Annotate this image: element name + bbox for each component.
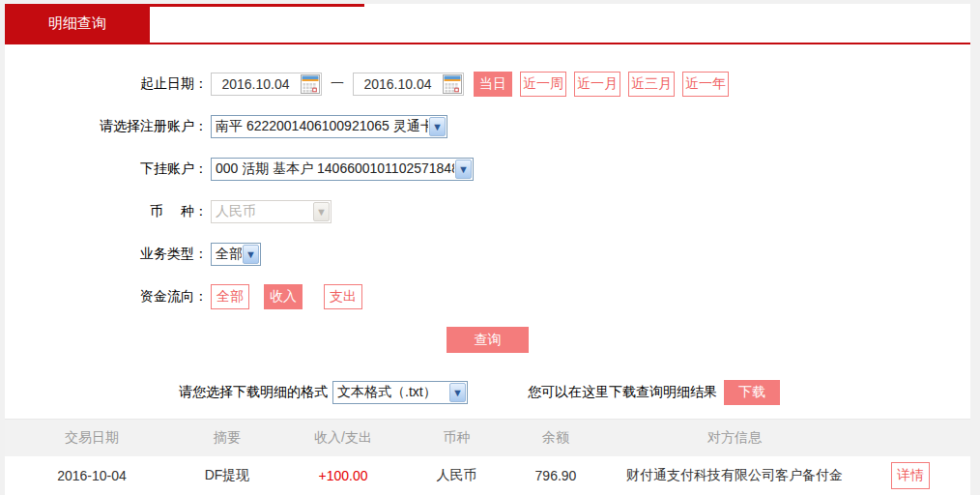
fund-flow-expense-button[interactable]: 支出 xyxy=(324,284,362,309)
date-separator: 一 xyxy=(331,75,344,93)
end-date-value: 2016.10.04 xyxy=(354,76,442,92)
download-hint-text: 您可以在这里下载查询明细结果 xyxy=(528,384,717,401)
calendar-icon[interactable] xyxy=(442,73,463,95)
results-table: 交易日期 摘要 收入/支出 币种 余额 对方信息 2016-10-04 DF提现… xyxy=(5,419,970,495)
end-date-input[interactable]: 2016.10.04 xyxy=(353,73,464,96)
business-type-row: 业务类型： 全部 ▼ xyxy=(5,242,970,267)
sub-account-value: 000 活期 基本户 1406600101102571848 xyxy=(216,160,454,178)
quick-range-quarter-button[interactable]: 近三月 xyxy=(628,72,675,97)
fund-flow-row: 资金流向： 全部 收入 支出 xyxy=(5,284,970,309)
header-trade-date: 交易日期 xyxy=(14,429,169,447)
download-format-label: 请您选择下载明细的格式 xyxy=(179,384,328,401)
cell-counterparty: 财付通支付科技有限公司客户备付金 xyxy=(599,467,870,484)
date-range-label: 起止日期： xyxy=(5,75,208,93)
chevron-down-icon: ▼ xyxy=(455,160,472,179)
cell-trade-date: 2016-10-04 xyxy=(14,468,169,483)
tab-detail-query[interactable]: 明细查询 xyxy=(5,4,150,43)
quick-range-week-button[interactable]: 近一周 xyxy=(520,72,566,97)
business-type-label: 业务类型： xyxy=(5,246,208,263)
date-range-row: 起止日期： 2016.10.04 xyxy=(5,72,970,97)
business-type-value: 全部 xyxy=(216,246,242,263)
currency-row: 币 种： 人民币 ▼ xyxy=(5,199,970,224)
header-balance: 余额 xyxy=(512,429,599,447)
download-format-select[interactable]: 文本格式（.txt） ▼ xyxy=(332,381,468,404)
sub-account-label: 下挂账户： xyxy=(5,160,208,178)
start-date-input[interactable]: 2016.10.04 xyxy=(211,73,322,96)
table-header-row: 交易日期 摘要 收入/支出 币种 余额 对方信息 xyxy=(5,420,970,456)
detail-button[interactable]: 详情 xyxy=(891,462,930,489)
cell-amount: +100.00 xyxy=(285,468,401,483)
fund-flow-all-button[interactable]: 全部 xyxy=(211,284,249,309)
currency-select: 人民币 ▼ xyxy=(211,200,331,223)
register-account-select[interactable]: 南平 6222001406100921065 灵通卡 ▼ xyxy=(211,115,447,138)
currency-value: 人民币 xyxy=(216,203,312,220)
register-account-value: 南平 6222001406100921065 灵通卡 xyxy=(216,118,428,135)
register-account-label: 请选择注册账户： xyxy=(5,118,208,135)
download-format-value: 文本格式（.txt） xyxy=(337,384,448,401)
register-account-row: 请选择注册账户： 南平 6222001406100921065 灵通卡 ▼ xyxy=(5,114,970,139)
query-button-row: 查询 xyxy=(5,327,970,353)
fund-flow-income-button[interactable]: 收入 xyxy=(264,284,303,309)
table-row: 2016-10-04 DF提现 +100.00 人民币 796.90 财付通支付… xyxy=(5,456,970,495)
sub-account-select[interactable]: 000 活期 基本户 1406600101102571848 ▼ xyxy=(211,158,474,181)
quick-range-month-button[interactable]: 近一月 xyxy=(574,72,620,97)
header-amount: 收入/支出 xyxy=(285,429,401,447)
currency-label: 币 种： xyxy=(5,203,208,220)
chevron-down-icon: ▼ xyxy=(243,245,259,264)
query-form: 起止日期： 2016.10.04 xyxy=(5,44,970,405)
header-currency: 币种 xyxy=(401,429,512,447)
cell-summary: DF提现 xyxy=(169,467,285,484)
header-summary: 摘要 xyxy=(169,429,285,447)
quick-range-year-button[interactable]: 近一年 xyxy=(682,72,729,97)
start-date-value: 2016.10.04 xyxy=(212,76,300,92)
content-panel: 明细查询 起止日期： 2016.10.04 xyxy=(5,4,970,495)
download-button[interactable]: 下载 xyxy=(724,380,780,405)
cell-currency: 人民币 xyxy=(401,467,512,484)
query-button[interactable]: 查询 xyxy=(447,327,529,353)
calendar-icon[interactable] xyxy=(300,73,321,95)
chevron-down-icon: ▼ xyxy=(449,383,466,402)
quick-range-today-button[interactable]: 当日 xyxy=(474,72,512,97)
header-counterparty: 对方信息 xyxy=(599,429,870,447)
business-type-select[interactable]: 全部 ▼ xyxy=(211,243,261,266)
download-row: 请您选择下载明细的格式 文本格式（.txt） ▼ 您可以在这里下载查询明细结果 … xyxy=(179,380,970,405)
tab-label: 明细查询 xyxy=(48,15,106,33)
fund-flow-label: 资金流向： xyxy=(5,288,208,306)
chevron-down-icon: ▼ xyxy=(429,117,446,136)
cell-balance: 796.90 xyxy=(512,468,599,483)
chevron-down-icon: ▼ xyxy=(313,202,330,221)
sub-account-row: 下挂账户： 000 活期 基本户 1406600101102571848 ▼ xyxy=(5,157,970,182)
